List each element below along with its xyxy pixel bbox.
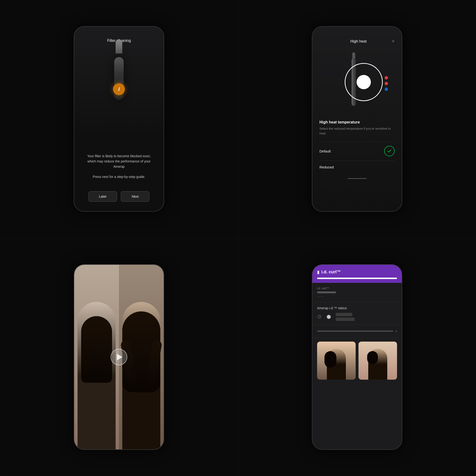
scroll-indicator xyxy=(348,178,367,179)
chevron-right-icon: › xyxy=(396,329,397,334)
heat-dots xyxy=(385,76,388,91)
thumb-person-2 xyxy=(368,349,387,380)
q4-header-top: ▮ i.d. curl™ xyxy=(317,270,397,275)
quadrant-high-heat: High heat × High heat temperature Select… xyxy=(238,0,476,238)
heat-inner-dot xyxy=(357,75,371,89)
later-button[interactable]: Later xyxy=(88,191,117,202)
bookmark-icon: ▮ xyxy=(317,270,320,275)
airwrap-body: i xyxy=(114,57,124,100)
q4-status-title: Airwrap i.d.™ status xyxy=(317,306,397,310)
quadrant-video xyxy=(0,238,238,476)
hair-after-left xyxy=(120,340,139,393)
blue-dot xyxy=(385,87,388,91)
thumb-hair-2 xyxy=(367,351,378,364)
phone-mockup-3 xyxy=(74,264,164,450)
status-label-2 xyxy=(336,318,355,321)
thumb-person-1 xyxy=(327,349,346,380)
q1-action-buttons: Later Next xyxy=(88,191,149,202)
status-label-1 xyxy=(336,313,352,316)
q1-description: Your filter is likely to become blocked … xyxy=(86,153,152,169)
heat-circle xyxy=(345,63,383,101)
phone-mockup-1: Filter cleaning i Your filter is likely … xyxy=(74,26,164,212)
q4-label-bar xyxy=(317,291,336,293)
q4-status-section: Airwrap i.d.™ status ⚙ xyxy=(312,302,402,325)
q4-progress-bar xyxy=(317,278,397,279)
airwrap-top xyxy=(116,39,122,53)
close-icon[interactable]: × xyxy=(392,38,395,44)
hair-before xyxy=(81,316,112,383)
option-default-label: Default xyxy=(320,149,331,153)
next-button[interactable]: Next xyxy=(121,191,149,202)
q1-screen: Filter cleaning i Your filter is likely … xyxy=(74,27,164,211)
q4-screen: ▮ i.d. curl™ i.d. curl™ — — Airwrap i.d.… xyxy=(312,265,402,449)
q2-header: High heat × xyxy=(320,38,395,44)
play-button[interactable] xyxy=(111,349,127,365)
q1-subtext: Press next for a step-by-step guide. xyxy=(93,174,145,179)
q4-status-row: ⚙ xyxy=(317,313,397,321)
gear-icon: ⚙ xyxy=(317,314,322,320)
q2-screen: High heat × High heat temperature Select… xyxy=(312,27,402,211)
option-reduced-label: Reduced xyxy=(320,165,334,169)
red-dot xyxy=(385,76,388,79)
q4-header: ▮ i.d. curl™ xyxy=(312,265,402,283)
thumbnail-1[interactable] xyxy=(317,341,356,380)
q4-section1-sub: — — xyxy=(317,295,397,298)
airwrap-filter-indicator: i xyxy=(113,83,125,95)
filter-icon: i xyxy=(118,86,120,92)
hair-after-right xyxy=(144,340,162,393)
play-icon xyxy=(117,354,122,360)
thumb-hair-1 xyxy=(324,351,336,368)
q4-section1-label: i.d. curl™ xyxy=(317,287,397,290)
q2-option-reduced[interactable]: Reduced xyxy=(320,161,395,173)
q4-thumbnails xyxy=(312,338,402,449)
q2-title: High heat xyxy=(350,39,367,44)
person-before-silhouette xyxy=(78,302,116,449)
thumbnail-2[interactable] xyxy=(358,341,397,380)
red-dot-2 xyxy=(385,82,388,85)
person-after-silhouette xyxy=(122,302,160,449)
quadrant-id-curl: ▮ i.d. curl™ i.d. curl™ — — Airwrap i.d.… xyxy=(238,238,476,476)
quadrant-filter-cleaning: Filter cleaning i Your filter is likely … xyxy=(0,0,238,238)
phone-mockup-4: ▮ i.d. curl™ i.d. curl™ — — Airwrap i.d.… xyxy=(312,264,402,450)
q3-screen xyxy=(74,265,164,449)
airwrap-device: i xyxy=(103,52,135,105)
check-icon xyxy=(384,146,395,156)
q2-section-desc: Select the reduced temperature if you're… xyxy=(320,126,395,136)
q4-nav-bar xyxy=(317,331,393,332)
toggle-indicator xyxy=(327,315,331,319)
q4-nav-row[interactable]: › xyxy=(312,325,402,338)
q2-option-default[interactable]: Default xyxy=(320,141,395,161)
q2-section-title: High heat temperature xyxy=(320,120,395,124)
q4-section-idcurl: i.d. curl™ — — xyxy=(312,283,402,302)
phone-mockup-2: High heat × High heat temperature Select… xyxy=(312,26,402,212)
q2-device-visualization xyxy=(320,51,395,113)
hair-after xyxy=(122,311,160,392)
q4-header-title: i.d. curl™ xyxy=(321,270,341,274)
